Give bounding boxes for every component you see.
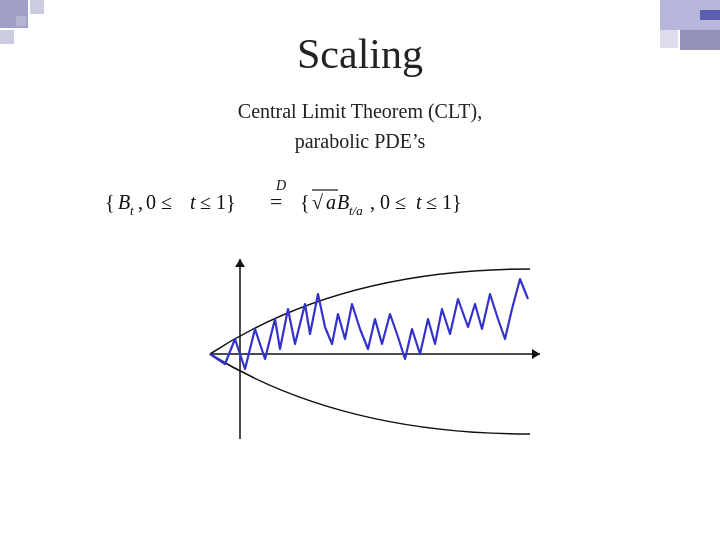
corner-decoration-tr (600, 0, 720, 60)
svg-text:t: t (416, 191, 422, 213)
svg-text:√: √ (312, 191, 323, 213)
svg-text:{: { (105, 191, 115, 213)
page-title: Scaling (297, 30, 423, 78)
svg-text:a: a (326, 191, 336, 213)
svg-text:{: { (300, 191, 310, 213)
formula-svg: { B t , 0 ≤ t ≤ 1} D = { √ a B t/a , 0 ≤… (100, 174, 620, 229)
svg-marker-29 (235, 259, 245, 267)
formula-area: { B t , 0 ≤ t ≤ 1} D = { √ a B t/a , 0 ≤… (100, 174, 620, 229)
svg-rect-5 (680, 30, 720, 50)
svg-marker-27 (532, 349, 540, 359)
svg-text:t: t (130, 203, 134, 218)
chart-area (160, 249, 560, 459)
svg-text:t: t (190, 191, 196, 213)
subtitle-line2: parabolic PDE’s (295, 130, 426, 152)
svg-text:B: B (118, 191, 130, 213)
svg-text:=: = (270, 189, 282, 214)
main-content: Scaling Central Limit Theorem (CLT), par… (0, 0, 720, 459)
corner-decoration-tl (0, 0, 60, 60)
svg-rect-6 (660, 30, 678, 48)
subtitle-line1: Central Limit Theorem (CLT), (238, 100, 482, 122)
svg-text:,: , (138, 191, 143, 213)
subtitle: Central Limit Theorem (CLT), parabolic P… (238, 96, 482, 156)
svg-text:0 ≤: 0 ≤ (146, 191, 172, 213)
svg-rect-1 (30, 0, 44, 14)
svg-text:t/a: t/a (349, 203, 363, 218)
svg-text:, 0 ≤: , 0 ≤ (370, 191, 406, 213)
svg-text:≤ 1}: ≤ 1} (426, 191, 462, 213)
svg-rect-2 (0, 30, 14, 44)
chart-svg (160, 249, 560, 459)
svg-rect-3 (16, 16, 26, 26)
svg-rect-7 (700, 10, 720, 20)
svg-text:B: B (337, 191, 349, 213)
svg-text:≤ 1}: ≤ 1} (200, 191, 236, 213)
